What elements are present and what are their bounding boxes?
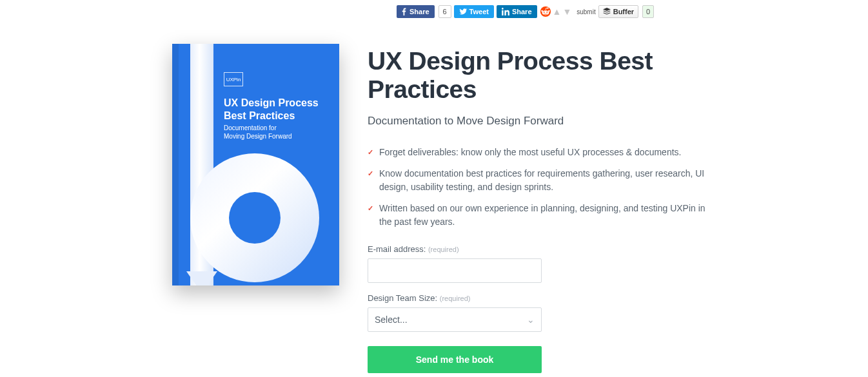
facebook-icon [402, 8, 406, 15]
facebook-share-label: Share [409, 8, 429, 15]
required-marker: (required) [428, 246, 459, 253]
book-cover-image: UXPin UX Design Process Best Practices D… [172, 44, 339, 285]
buffer-share-count: 0 [642, 5, 654, 18]
buffer-share-label: Buffer [613, 8, 634, 15]
team-size-form-group: Design Team Size: (required) Select... ⌄ [368, 293, 709, 332]
facebook-share-count: 6 [439, 5, 451, 18]
linkedin-share-button[interactable]: Share [497, 5, 537, 18]
twitter-share-button[interactable]: Tweet [454, 5, 494, 18]
page-subtitle: Documentation to Move Design Forward [368, 115, 709, 128]
book-spine [172, 44, 179, 285]
share-bar: Share 6 Tweet Share ▲ ▼ submit Buffer 0 [397, 5, 654, 18]
book-cover-subtitle: Documentation for Moving Design Forward [224, 124, 320, 140]
bullet-item: Know documentation best practices for re… [368, 167, 709, 194]
twitter-share-label: Tweet [469, 8, 489, 15]
facebook-share-button[interactable]: Share [397, 5, 435, 18]
team-size-label-row: Design Team Size: (required) [368, 293, 709, 303]
reddit-downvote-icon[interactable]: ▼ [562, 6, 571, 17]
book-logo: UXPin [224, 72, 243, 86]
page-title: UX Design Process Best Practices [368, 47, 709, 103]
main-content: UX Design Process Best Practices Documen… [368, 47, 709, 373]
reddit-upvote-icon[interactable]: ▲ [553, 6, 562, 17]
linkedin-share-label: Share [512, 8, 532, 15]
buffer-icon [603, 8, 611, 15]
svg-point-3 [546, 12, 547, 13]
team-size-label: Design Team Size: [368, 293, 437, 303]
svg-point-2 [543, 12, 544, 13]
svg-point-5 [548, 10, 550, 12]
reddit-submit-button[interactable]: submit [577, 8, 595, 15]
required-marker: (required) [440, 295, 471, 302]
email-label-row: E-mail address: (required) [368, 244, 709, 254]
twitter-icon [459, 8, 467, 15]
linkedin-icon [502, 8, 509, 15]
bullet-item: Written based on our own experience in p… [368, 202, 709, 229]
email-field[interactable] [368, 258, 542, 283]
select-placeholder: Select... [375, 314, 408, 325]
svg-point-4 [541, 10, 543, 12]
book-cover-title: UX Design Process Best Practices [224, 97, 326, 122]
buffer-share-button[interactable]: Buffer [598, 5, 638, 18]
reddit-share-widget: ▲ ▼ submit [540, 5, 596, 18]
email-form-group: E-mail address: (required) [368, 244, 709, 283]
bullet-item: Forget deliverables: know only the most … [368, 146, 709, 159]
team-size-select[interactable]: Select... ⌄ [368, 307, 542, 332]
feature-bullets: Forget deliverables: know only the most … [368, 146, 709, 229]
reddit-icon [540, 6, 551, 17]
chevron-down-icon: ⌄ [527, 314, 535, 325]
submit-button[interactable]: Send me the book [368, 346, 542, 373]
email-label: E-mail address: [368, 244, 426, 254]
